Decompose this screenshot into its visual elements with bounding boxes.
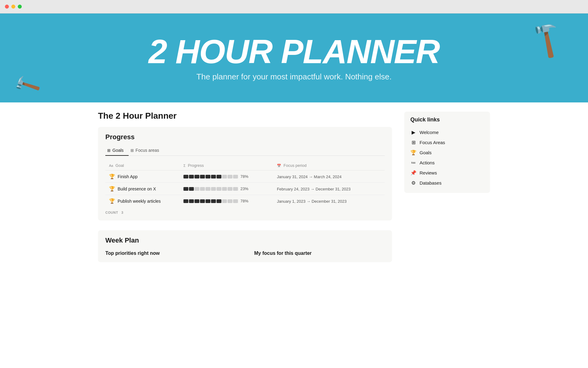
progress-block <box>233 199 238 203</box>
hammer-right-icon: 🔨 <box>523 16 569 61</box>
goal-name: Publish weekly articles <box>118 199 161 204</box>
count-label: COUNT <box>105 211 118 214</box>
tab-goals-label: Goals <box>112 148 124 153</box>
progress-block <box>189 199 194 203</box>
progress-cell: 23% <box>180 183 273 195</box>
progress-percent: 78% <box>240 199 250 203</box>
progress-percent: 23% <box>240 186 250 191</box>
hero-title: 2 HOUR PLANNER <box>149 35 439 68</box>
progress-block <box>211 199 216 203</box>
date-range: January 1, 2023 → December 31, 2023 <box>277 199 347 204</box>
quick-link-icon: ⊞ <box>410 140 417 145</box>
goals-tab-icon: ⊞ <box>107 148 111 153</box>
progress-section: Progress ⊞ Goals ⊞ Focus areas Aa <box>98 127 392 220</box>
focus-quarter-title: My focus for this quarter <box>254 251 385 256</box>
progress-cell: 78% <box>180 195 273 207</box>
goal-cell: 🏆Publish weekly articles <box>105 195 180 207</box>
progress-block <box>222 187 227 191</box>
goal-cell: 🏆Finish App <box>105 171 180 183</box>
hero-subtitle: The planner for your most impactful work… <box>196 72 391 82</box>
week-plan-section: Week Plan Top priorities right now My fo… <box>98 230 392 262</box>
progress-block <box>183 175 188 178</box>
hammer-left-icon: 🔨 <box>11 70 42 101</box>
quick-link-label: Reviews <box>420 170 437 175</box>
quick-link-item[interactable]: ⚙Databases <box>410 178 484 188</box>
quick-link-icon: 📌 <box>410 170 417 176</box>
quick-link-icon: ▶ <box>410 129 417 135</box>
progress-block <box>205 199 210 203</box>
quick-link-label: Databases <box>420 180 442 186</box>
week-plan-col-focus: My focus for this quarter <box>254 251 385 256</box>
quick-links-list: ▶Welcome⊞Focus Areas🏆Goals≔Actions📌Revie… <box>410 127 484 188</box>
quick-link-item[interactable]: ▶Welcome <box>410 127 484 137</box>
progress-cell: 78% <box>180 171 273 183</box>
progress-percent: 78% <box>240 174 250 179</box>
date-range: January 31, 2024 → March 24, 2024 <box>277 174 341 179</box>
progress-block <box>228 199 232 203</box>
quick-link-label: Welcome <box>420 130 439 135</box>
goal-name: Build presence on X <box>118 186 156 191</box>
extra-cell <box>375 171 385 183</box>
progress-block <box>200 175 205 178</box>
progress-block <box>228 175 232 178</box>
progress-block <box>217 175 221 178</box>
goal-emoji: 🏆 <box>109 186 115 192</box>
goal-emoji: 🏆 <box>109 198 115 204</box>
quick-link-item[interactable]: ≔Actions <box>410 158 484 168</box>
table-header-row: Aa Goal Σ Progress 📅 Focus period <box>105 161 385 171</box>
progress-block <box>194 199 199 203</box>
date-range-cell: January 1, 2023 → December 31, 2023 <box>273 195 375 207</box>
focus-areas-tab-icon: ⊞ <box>130 148 134 153</box>
minimize-button[interactable] <box>11 5 15 9</box>
week-plan-columns: Top priorities right now My focus for th… <box>105 251 385 256</box>
close-button[interactable] <box>5 5 9 9</box>
progress-block <box>200 199 205 203</box>
progress-block <box>194 187 199 191</box>
col-goal: Aa Goal <box>105 161 180 171</box>
goal-emoji: 🏆 <box>109 174 115 179</box>
quick-link-label: Actions <box>420 160 435 165</box>
quick-link-item[interactable]: 🏆Goals <box>410 148 484 158</box>
page-title-section: The 2 Hour Planner <box>98 102 392 127</box>
page-content: The 2 Hour Planner Progress ⊞ Goals ⊞ Fo… <box>80 102 508 272</box>
main-content: The 2 Hour Planner Progress ⊞ Goals ⊞ Fo… <box>98 102 404 272</box>
page-title: The 2 Hour Planner <box>98 111 392 121</box>
tab-goals[interactable]: ⊞ Goals <box>105 146 129 156</box>
table-row[interactable]: 🏆Build presence on X23%February 24, 2023… <box>105 183 385 195</box>
date-range-cell: February 24, 2023 → December 31, 2023 <box>273 183 375 195</box>
goal-name: Finish App <box>118 174 138 179</box>
progress-block <box>205 187 210 191</box>
week-plan-col-priorities: Top priorities right now <box>105 251 236 256</box>
quick-link-label: Goals <box>420 150 432 155</box>
progress-block <box>183 187 188 191</box>
extra-cell <box>375 183 385 195</box>
count-value: 3 <box>121 211 123 214</box>
quick-links-box: Quick links ▶Welcome⊞Focus Areas🏆Goals≔A… <box>404 112 490 193</box>
progress-block <box>233 175 238 178</box>
quick-link-item[interactable]: ⊞Focus Areas <box>410 137 484 148</box>
progress-block <box>222 175 227 178</box>
table-row[interactable]: 🏆Finish App78%January 31, 2024 → March 2… <box>105 171 385 183</box>
quick-link-label: Focus Areas <box>420 140 445 145</box>
quick-link-icon: 🏆 <box>410 150 417 155</box>
table-row[interactable]: 🏆Publish weekly articles78%January 1, 20… <box>105 195 385 207</box>
progress-block <box>217 199 221 203</box>
extra-cell <box>375 195 385 207</box>
date-range-cell: January 31, 2024 → March 24, 2024 <box>273 171 375 183</box>
quick-links-title: Quick links <box>410 117 484 123</box>
quick-link-item[interactable]: 📌Reviews <box>410 168 484 178</box>
date-range: February 24, 2023 → December 31, 2023 <box>277 187 351 191</box>
progress-block <box>189 175 194 178</box>
sidebar: Quick links ▶Welcome⊞Focus Areas🏆Goals≔A… <box>404 102 490 272</box>
progress-block <box>222 199 227 203</box>
progress-block <box>194 175 199 178</box>
maximize-button[interactable] <box>18 5 22 9</box>
progress-title: Progress <box>105 133 385 141</box>
progress-block <box>205 175 210 178</box>
tab-focus-areas-label: Focus areas <box>136 148 159 153</box>
progress-table: Aa Goal Σ Progress 📅 Focus period <box>105 161 385 207</box>
progress-block <box>233 187 238 191</box>
progress-tabs: ⊞ Goals ⊞ Focus areas <box>105 146 385 156</box>
progress-block <box>183 199 188 203</box>
tab-focus-areas[interactable]: ⊞ Focus areas <box>129 146 164 156</box>
